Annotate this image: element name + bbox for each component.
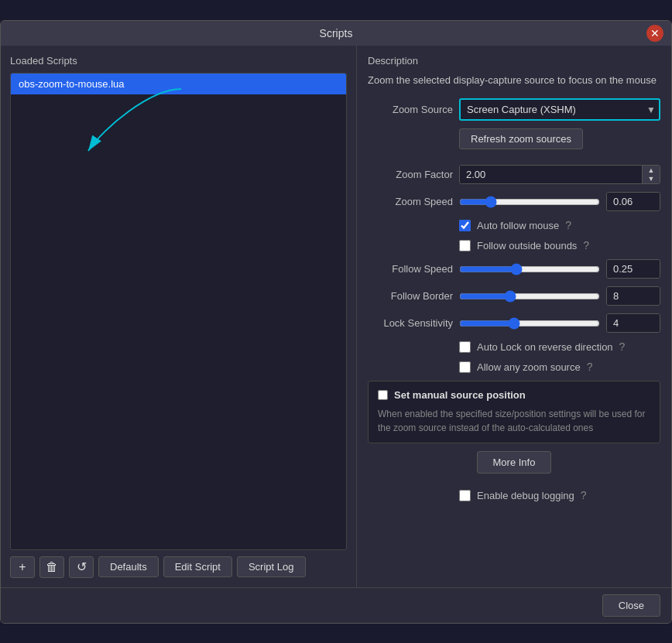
zoom-speed-input[interactable]: 0.06	[607, 193, 660, 210]
description-label: Description	[368, 55, 660, 67]
scripts-toolbar: + 🗑 ↺ Defaults Edit Script Script Log	[10, 556, 347, 578]
follow-speed-spinbox: 0.25 ▲ ▼	[606, 259, 660, 279]
manual-source-box: Set manual source position When enabled …	[368, 381, 660, 443]
auto-follow-mouse-row: Auto follow mouse ?	[459, 219, 660, 231]
zoom-speed-spinbox: 0.06 ▲ ▼	[606, 192, 660, 211]
close-x-button[interactable]: ✕	[646, 25, 663, 42]
enable-debug-row: Enable debug logging ?	[459, 489, 660, 501]
remove-script-button[interactable]: 🗑	[39, 556, 64, 578]
scripts-list: obs-zoom-to-mouse.lua	[10, 73, 347, 550]
zoom-speed-label: Zoom Speed	[368, 196, 453, 207]
zoom-factor-input[interactable]: 2.00	[460, 166, 642, 183]
manual-source-header: Set manual source position	[378, 389, 650, 401]
manual-source-title: Set manual source position	[394, 389, 526, 401]
allow-any-zoom-help-icon[interactable]: ?	[587, 361, 593, 373]
lock-sensitivity-slider[interactable]	[459, 317, 600, 330]
manual-source-description: When enabled the specified size/position…	[378, 407, 650, 435]
refresh-zoom-sources-button[interactable]: Refresh zoom sources	[459, 128, 583, 149]
zoom-speed-row: Zoom Speed 0.06 ▲ ▼	[368, 192, 660, 211]
follow-speed-row: Follow Speed 0.25 ▲ ▼	[368, 259, 660, 279]
script-log-button[interactable]: Script Log	[237, 556, 306, 577]
refresh-scripts-button[interactable]: ↺	[69, 556, 94, 578]
follow-border-row: Follow Border 8 ▲ ▼	[368, 286, 660, 306]
follow-speed-label: Follow Speed	[368, 263, 453, 275]
arrow-annotation	[73, 81, 228, 174]
left-panel: Loaded Scripts obs-zoom-to-mouse.lua + 🗑…	[1, 46, 357, 587]
description-text: Zoom the selected display-capture source…	[368, 73, 660, 88]
enable-debug-label: Enable debug logging	[477, 490, 574, 501]
more-info-wrapper: More Info	[368, 451, 660, 481]
enable-debug-checkbox[interactable]	[459, 490, 471, 501]
lock-sensitivity-label: Lock Sensitivity	[368, 317, 453, 329]
defaults-button[interactable]: Defaults	[98, 556, 159, 577]
auto-follow-mouse-help-icon[interactable]: ?	[565, 219, 571, 231]
auto-lock-checkbox[interactable]	[459, 341, 471, 353]
add-script-button[interactable]: +	[10, 556, 35, 578]
zoom-source-label: Zoom Source	[368, 104, 453, 115]
manual-source-checkbox[interactable]	[378, 390, 388, 400]
title-bar: Scripts ✕	[1, 21, 671, 46]
more-info-button[interactable]: More Info	[477, 451, 552, 474]
refresh-row: Refresh zoom sources	[368, 128, 660, 157]
allow-any-zoom-label: Allow any zoom source	[477, 361, 581, 373]
auto-lock-label: Auto Lock on reverse direction	[477, 341, 613, 353]
enable-debug-help-icon[interactable]: ?	[581, 489, 587, 501]
follow-border-spinbox: 8 ▲ ▼	[606, 286, 660, 306]
edit-script-button[interactable]: Edit Script	[163, 556, 232, 577]
footer-bar: Close	[1, 587, 671, 623]
loaded-scripts-label: Loaded Scripts	[10, 55, 347, 67]
zoom-factor-up-button[interactable]: ▲	[643, 166, 660, 175]
lock-sensitivity-spinbox: 4 ▲ ▼	[606, 313, 660, 333]
script-item[interactable]: obs-zoom-to-mouse.lua	[11, 74, 346, 94]
dialog-title: Scripts	[320, 27, 353, 39]
follow-outside-bounds-label: Follow outside bounds	[477, 240, 577, 251]
zoom-factor-row: Zoom Factor 2.00 ▲ ▼	[368, 165, 660, 184]
follow-border-slider[interactable]	[459, 290, 600, 303]
zoom-factor-down-button[interactable]: ▼	[643, 175, 660, 184]
auto-follow-mouse-checkbox[interactable]	[459, 220, 471, 231]
zoom-factor-label: Zoom Factor	[368, 169, 453, 180]
follow-outside-bounds-help-icon[interactable]: ?	[583, 239, 589, 251]
auto-lock-row: Auto Lock on reverse direction ?	[459, 340, 660, 353]
follow-speed-slider[interactable]	[459, 263, 600, 275]
scripts-dialog: Scripts ✕ Loaded Scripts obs-zoom-to-mou…	[0, 20, 672, 624]
zoom-factor-spinbox: 2.00 ▲ ▼	[459, 165, 660, 184]
zoom-source-select-wrapper: Screen Capture (XSHM) ▼	[459, 98, 660, 121]
zoom-factor-spinbox-buttons: ▲ ▼	[642, 166, 660, 183]
main-content: Loaded Scripts obs-zoom-to-mouse.lua + 🗑…	[1, 46, 671, 587]
allow-any-zoom-row: Allow any zoom source ?	[459, 361, 660, 373]
lock-sensitivity-input[interactable]: 4	[607, 314, 660, 332]
zoom-speed-slider[interactable]	[459, 196, 600, 208]
follow-speed-input[interactable]: 0.25	[607, 260, 660, 278]
right-panel: Description Zoom the selected display-ca…	[357, 46, 671, 587]
follow-border-input[interactable]: 8	[607, 287, 660, 305]
follow-border-label: Follow Border	[368, 290, 453, 302]
zoom-source-select[interactable]: Screen Capture (XSHM)	[459, 98, 660, 121]
close-dialog-button[interactable]: Close	[602, 594, 660, 617]
follow-outside-bounds-row: Follow outside bounds ?	[459, 239, 660, 251]
lock-sensitivity-row: Lock Sensitivity 4 ▲ ▼	[368, 313, 660, 333]
follow-outside-bounds-checkbox[interactable]	[459, 240, 471, 251]
auto-lock-help-icon[interactable]: ?	[619, 340, 626, 353]
allow-any-zoom-checkbox[interactable]	[459, 361, 471, 373]
auto-follow-mouse-label: Auto follow mouse	[477, 220, 559, 231]
zoom-source-row: Zoom Source Screen Capture (XSHM) ▼	[368, 98, 660, 121]
